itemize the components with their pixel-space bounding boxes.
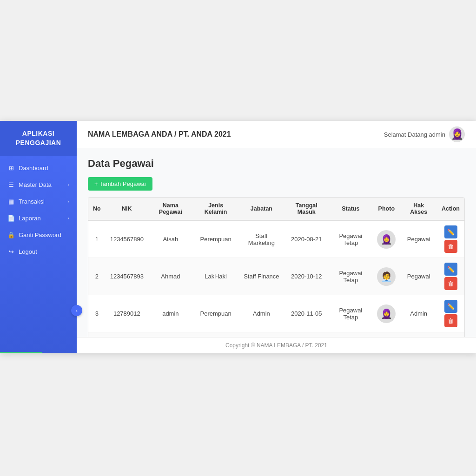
table-header: NoNIKNama PegawaiJenis KelaminJabatanTan… [88,198,464,220]
cell-nama: Aisah [148,220,193,258]
sidebar-item-logout[interactable]: ↪ Logout [0,243,77,260]
cell-action: ✏️ 🗑 [437,332,464,337]
cell-hak-akses: Pegawai [400,220,437,258]
page-title: Data Pegawai [88,158,465,170]
cell-photo: 👤 [372,332,400,337]
cell-hak-akses: Peg... [400,332,437,337]
footer-text: Copyright © NAMA LEMBAGA / PT. 2021 [225,342,327,349]
col-hak-akses: Hak Akses [400,198,437,220]
sidebar-item-master-data[interactable]: ☰ Master Data › [0,176,77,193]
logout-icon: ↪ [7,248,15,255]
avatar: 🧕 [449,126,465,142]
col-no: No [88,198,106,220]
sidebar-item-ganti-password[interactable]: 🔒 Ganti Password [0,226,77,243]
sidebar: APLIKASI PENGGAJIAN ⊞ Dashboard ☰ Master… [0,121,77,353]
cell-action: ✏️ 🗑 [437,220,464,258]
add-pegawai-button[interactable]: + Tambah Pegawai [88,177,152,191]
cell-nik: 1234567893 [106,258,148,295]
delete-button[interactable]: 🗑 [444,314,457,327]
cell-tanggal-masuk: 2020-08-21 [284,220,329,258]
cell-tanggal-masuk: 2020-10-12 [284,258,329,295]
brand-line2: PENGGAJIAN [5,139,72,148]
footer: Copyright © NAMA LEMBAGA / PT. 2021 [77,337,476,353]
sidebar-nav: ⊞ Dashboard ☰ Master Data › ▦ Transaksi … [0,156,77,353]
header: NAMA LEMBAGA ANDA / PT. ANDA 2021 Selama… [77,121,476,148]
cell-hak-akses: Pegawai [400,258,437,295]
chevron-icon-transaksi: › [67,198,69,204]
transaksi-icon: ▦ [7,198,15,205]
sidebar-item-laporan[interactable]: 📄 Laporan › [0,210,77,226]
table-body: 11234567890AisahPerempuanStaff Marketing… [88,220,464,337]
cell-jabatan: Staff Marketing [239,220,284,258]
sidebar-label-logout: Logout [19,248,37,255]
header-greeting: Selamat Datang admin [384,131,445,138]
cell-action: ✏️ 🗑 [437,295,464,332]
table-row: 4167856001...Laki-lakiStaff...2020-11-10… [88,332,464,337]
col-jenis-kelamin: Jenis Kelamin [193,198,239,220]
sidebar-toggle[interactable]: ‹ [71,305,82,316]
cell-jabatan: Admin [239,295,284,332]
photo-avatar: 🧑‍💼 [377,267,396,286]
chevron-icon-laporan: › [67,215,69,221]
cell-jenis-kelamin: Laki-laki [193,258,239,295]
sidebar-item-dashboard[interactable]: ⊞ Dashboard [0,159,77,176]
col-photo: Photo [372,198,400,220]
cell-jenis-kelamin: Laki-laki [193,332,239,337]
cell-tanggal-masuk: 2020-11-10 [284,332,329,337]
cell-no: 4 [88,332,106,337]
data-table-container: NoNIKNama PegawaiJenis KelaminJabatanTan… [88,197,465,337]
cell-action: ✏️ 🗑 [437,258,464,295]
content-area: Data Pegawai + Tambah Pegawai NoNIKNama … [77,148,476,337]
header-user: Selamat Datang admin 🧕 [384,126,465,142]
cell-no: 3 [88,295,106,332]
cell-no: 2 [88,258,106,295]
cell-jenis-kelamin: Perempuan [193,220,239,258]
cell-nama: Ahmad [148,258,193,295]
cell-status: Pegawai Tetap [329,295,372,332]
header-title: NAMA LEMBAGA ANDA / PT. ANDA 2021 [88,130,231,139]
cell-jabatan: Staff Finance [239,258,284,295]
cell-nama: ... [148,332,193,337]
sidebar-label-laporan: Laporan [19,215,41,222]
brand-line1: APLIKASI [5,129,72,139]
edit-button[interactable]: ✏️ [444,300,457,313]
cell-nik: 1234567890 [106,220,148,258]
col-nik: NIK [106,198,148,220]
sidebar-item-transaksi[interactable]: ▦ Transaksi › [0,193,77,210]
cell-nama: admin [148,295,193,332]
pegawai-table: NoNIKNama PegawaiJenis KelaminJabatanTan… [88,198,464,337]
dashboard-icon: ⊞ [7,164,15,172]
cell-nik: 167856001 [106,332,148,337]
delete-button[interactable]: 🗑 [444,240,457,253]
table-row: 11234567890AisahPerempuanStaff Marketing… [88,220,464,258]
col-jabatan: Jabatan [239,198,284,220]
progress-bar [0,352,42,353]
table-row: 21234567893AhmadLaki-lakiStaff Finance20… [88,258,464,295]
laporan-icon: 📄 [7,214,15,222]
cell-status: Pegawai Tetap [329,258,372,295]
cell-status: Pegawai Tetap [329,220,372,258]
sidebar-label-ganti-password: Ganti Password [19,231,61,238]
cell-hak-akses: Admin [400,295,437,332]
cell-status: Pegawai Tetap [329,332,372,337]
ganti-password-icon: 🔒 [7,231,15,238]
sidebar-brand: APLIKASI PENGGAJIAN [0,121,77,156]
main-content: NAMA LEMBAGA ANDA / PT. ANDA 2021 Selama… [77,121,476,353]
photo-avatar: 🧕 [377,230,396,249]
table-row: 312789012adminPerempuanAdmin2020-11-05Pe… [88,295,464,332]
photo-avatar: 🧕 [377,304,396,323]
cell-no: 1 [88,220,106,258]
cell-jabatan: Staff... [239,332,284,337]
col-tanggal-masuk: Tanggal Masuk [284,198,329,220]
cell-tanggal-masuk: 2020-11-05 [284,295,329,332]
master-data-icon: ☰ [7,181,15,188]
col-nama-pegawai: Nama Pegawai [148,198,193,220]
edit-button[interactable]: ✏️ [444,263,457,276]
col-status: Status [329,198,372,220]
cell-jenis-kelamin: Perempuan [193,295,239,332]
cell-photo: 🧕 [372,295,400,332]
sidebar-label-dashboard: Dashboard [19,165,48,172]
delete-button[interactable]: 🗑 [444,277,457,290]
edit-button[interactable]: ✏️ [444,225,457,238]
cell-photo: 🧕 [372,220,400,258]
